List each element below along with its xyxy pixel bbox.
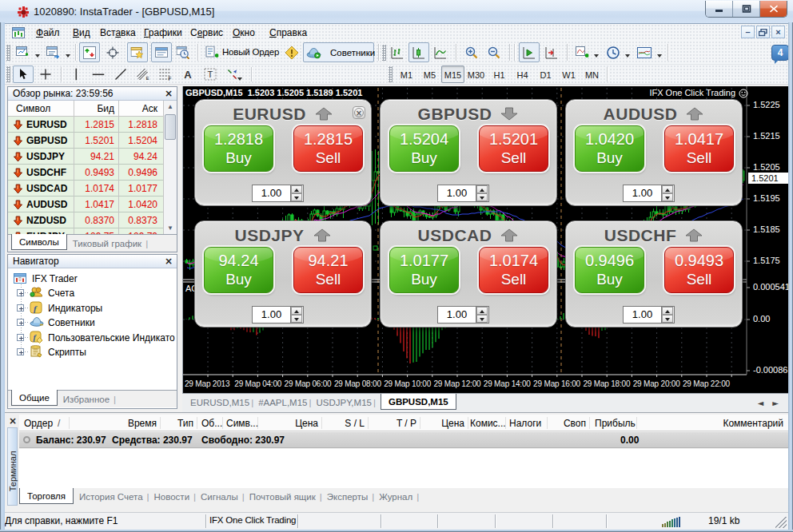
market-watch-row[interactable]: USDCAD1.01741.0177 bbox=[8, 181, 177, 197]
chart-tab[interactable]: EURUSD,M15 bbox=[190, 398, 249, 407]
buy-button[interactable]: 94.24Buy bbox=[204, 247, 273, 293]
terminal-column[interactable]: Ордер bbox=[24, 418, 53, 429]
bar-chart-button[interactable] bbox=[387, 42, 408, 62]
timeframe-h1[interactable]: H1 bbox=[488, 66, 511, 83]
new-chart-dropdown[interactable] bbox=[35, 49, 40, 60]
templates-dropdown[interactable] bbox=[657, 49, 662, 60]
stepper-up-icon[interactable] bbox=[662, 185, 673, 193]
zoom-out-button[interactable] bbox=[484, 42, 504, 62]
sell-button[interactable]: 1.0174Sell bbox=[479, 247, 548, 293]
terminal-column[interactable]: Цена bbox=[441, 418, 464, 429]
timeframe-mn[interactable]: MN bbox=[580, 66, 604, 83]
terminal-column[interactable]: Об... bbox=[201, 418, 222, 429]
volume-stepper[interactable] bbox=[662, 306, 675, 324]
buy-button[interactable]: 1.0420Buy bbox=[575, 125, 644, 172]
metaeditor-button[interactable] bbox=[282, 42, 301, 62]
data-window-button[interactable] bbox=[102, 42, 123, 62]
stepper-up-icon[interactable] bbox=[476, 307, 488, 315]
auto-scroll-toggle[interactable] bbox=[519, 42, 540, 62]
stepper-down-icon[interactable] bbox=[476, 193, 488, 201]
market-watch-row[interactable]: EURJPY129.75129.79 bbox=[8, 228, 177, 234]
buy-button[interactable]: 0.9496Buy bbox=[575, 247, 644, 293]
terminal-tab[interactable]: Почтовый ящик bbox=[249, 492, 316, 502]
market-watch-row[interactable]: AUDUSD1.04171.0420 bbox=[8, 197, 177, 212]
terminal-column[interactable]: Комментарий bbox=[723, 418, 783, 429]
volume-stepper[interactable] bbox=[476, 306, 489, 324]
buy-button[interactable]: 1.5204Buy bbox=[389, 125, 459, 172]
buy-button[interactable]: 1.0177Buy bbox=[389, 247, 459, 293]
navigator-titlebar[interactable]: Навигатор × bbox=[8, 255, 177, 268]
tree-root-label[interactable]: IFX Trader bbox=[32, 273, 78, 284]
volume-stepper[interactable] bbox=[291, 185, 304, 202]
column-bid[interactable]: Бид bbox=[97, 103, 114, 114]
minimize-button[interactable] bbox=[706, 1, 733, 17]
navigator-tab-active[interactable]: Общие bbox=[11, 390, 58, 406]
stepper-down-icon[interactable] bbox=[476, 315, 488, 323]
sell-button[interactable]: 1.0417Sell bbox=[664, 125, 734, 172]
stepper-down-icon[interactable] bbox=[291, 315, 302, 323]
scroll-down-icon[interactable]: ▼ bbox=[164, 222, 177, 235]
stepper-up-icon[interactable] bbox=[662, 307, 673, 315]
terminal-column[interactable]: Симв... bbox=[226, 418, 258, 429]
column-ask[interactable]: Аск bbox=[142, 103, 157, 114]
chat-badge[interactable]: 4 bbox=[771, 45, 789, 61]
tree-expand-icon[interactable] bbox=[17, 304, 24, 312]
scroll-up-icon[interactable]: ▲ bbox=[164, 101, 177, 113]
sell-button[interactable]: 94.21Sell bbox=[293, 247, 363, 293]
tree-expand-icon[interactable] bbox=[17, 319, 24, 326]
hline-tool[interactable] bbox=[88, 66, 109, 83]
toolbar-drag-handle[interactable] bbox=[382, 45, 386, 61]
tree-expand-icon[interactable] bbox=[17, 348, 24, 355]
menu-item[interactable]: Вид bbox=[67, 26, 96, 39]
navigator-close-icon[interactable]: × bbox=[165, 256, 173, 267]
stepper-up-icon[interactable] bbox=[291, 307, 302, 315]
market-watch-toggle[interactable] bbox=[79, 42, 100, 62]
timeframe-m15[interactable]: M15 bbox=[441, 66, 464, 83]
timeframe-d1[interactable]: D1 bbox=[534, 66, 557, 83]
navigator-toggle[interactable] bbox=[127, 42, 148, 62]
menu-item[interactable]: Окно bbox=[227, 26, 261, 39]
channel-tool[interactable]: E bbox=[133, 66, 153, 83]
new-order-button[interactable] bbox=[201, 42, 222, 62]
chart-shift-button[interactable] bbox=[541, 42, 562, 62]
terminal-column[interactable]: S / L bbox=[345, 418, 365, 429]
menu-item[interactable]: Справка bbox=[264, 26, 313, 39]
timeframe-h4[interactable]: H4 bbox=[511, 66, 534, 83]
chart-tab[interactable]: USDJPY,M15 bbox=[316, 398, 371, 407]
panel-close-button[interactable]: × bbox=[353, 106, 365, 119]
terminal-column[interactable]: Прибыль bbox=[595, 418, 636, 429]
vline-tool[interactable] bbox=[66, 66, 86, 83]
tree-item-label[interactable]: Советники bbox=[48, 317, 95, 328]
crosshair-tool[interactable] bbox=[35, 66, 56, 83]
profiles-button[interactable] bbox=[43, 42, 64, 62]
tree-item-label[interactable]: Счета bbox=[48, 288, 74, 299]
market-watch-row[interactable]: USDCHF0.94930.9496 bbox=[8, 165, 177, 181]
indicators-dropdown[interactable] bbox=[594, 49, 599, 60]
stepper-up-icon[interactable] bbox=[476, 185, 488, 193]
resize-grip[interactable] bbox=[775, 517, 787, 528]
tree-item-label[interactable]: Индикаторы bbox=[48, 303, 102, 314]
volume-input[interactable]: 1.00 bbox=[623, 185, 662, 202]
timeframe-m5[interactable]: M5 bbox=[418, 66, 441, 83]
sell-button[interactable]: 1.2815Sell bbox=[293, 125, 363, 172]
menu-item[interactable]: Файл bbox=[30, 26, 66, 39]
sell-button[interactable]: 0.9493Sell bbox=[664, 247, 734, 293]
fibonacci-tool[interactable]: F bbox=[155, 66, 176, 83]
market-watch-row[interactable]: EURUSD1.28151.2818 bbox=[8, 117, 177, 133]
close-button[interactable] bbox=[760, 1, 787, 17]
indicators-button[interactable] bbox=[572, 42, 592, 62]
volume-input[interactable]: 1.00 bbox=[252, 306, 291, 324]
chart-area[interactable]: GBPUSD,M15 1.5203 1.5205 1.5189 1.5201 I… bbox=[182, 86, 788, 393]
mdi-close-button[interactable]: × bbox=[771, 26, 785, 38]
terminal-column[interactable]: Тип bbox=[177, 418, 193, 429]
volume-input[interactable]: 1.00 bbox=[437, 185, 476, 202]
volume-stepper[interactable] bbox=[476, 185, 489, 202]
restore-button[interactable] bbox=[733, 1, 760, 17]
market-watch-tab[interactable]: Тиковый график bbox=[73, 239, 141, 248]
terminal-column[interactable]: Время bbox=[128, 418, 157, 429]
toolbar-drag-handle[interactable] bbox=[6, 66, 10, 82]
periods-dropdown[interactable] bbox=[625, 49, 630, 60]
terminal-close-icon[interactable]: × bbox=[9, 415, 17, 427]
stepper-down-icon[interactable] bbox=[662, 315, 673, 323]
periods-button[interactable] bbox=[603, 42, 624, 62]
